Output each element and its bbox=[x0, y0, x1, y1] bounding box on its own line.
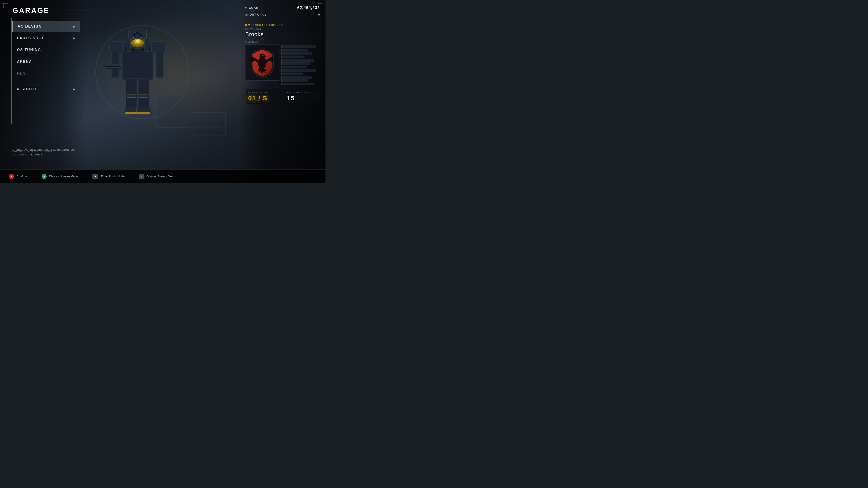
menu-item-arena[interactable]: ARENA bbox=[12, 56, 80, 67]
emblem-label-text: EMBLEM bbox=[248, 41, 258, 43]
coam-item: € COAM bbox=[245, 6, 259, 10]
svg-rect-29 bbox=[145, 39, 149, 52]
action-photo-mode[interactable]: ▣ :Enter Photo Mode bbox=[92, 174, 125, 179]
coam-icon: € bbox=[245, 6, 247, 10]
menu-item-ac-design-label: AC DESIGN bbox=[18, 24, 42, 29]
menu-item-ac-design[interactable]: AC DESIGN ▶ bbox=[12, 21, 80, 32]
corner-decoration-tl bbox=[3, 3, 8, 8]
left-accent-line bbox=[11, 18, 12, 124]
svg-point-12 bbox=[135, 33, 140, 37]
menu-item-os-tuning[interactable]: OS TUNING bbox=[12, 44, 80, 56]
cam-separator: | bbox=[25, 150, 25, 153]
svg-rect-14 bbox=[151, 41, 165, 53]
svg-rect-36 bbox=[191, 112, 225, 135]
ost-icon: ▣ bbox=[245, 13, 248, 16]
emblem-area bbox=[245, 44, 320, 86]
svg-rect-17 bbox=[103, 66, 121, 68]
ac-name-bar: CAM 01 | MONITORING GARAGE bbox=[12, 150, 56, 153]
svg-rect-19 bbox=[126, 78, 137, 109]
cam-number: 01 bbox=[20, 150, 22, 153]
menu-item-nest: NEST bbox=[12, 68, 80, 79]
touchpad-button-icon: ▣ bbox=[92, 174, 98, 179]
hunter-class-label: HUNTER CLASS bbox=[287, 92, 317, 94]
cam-sub-label: MONITORING GARAGE bbox=[28, 150, 56, 153]
right-panel: € COAM 62,464,232 ▣ OST Chips 0 · · MERC… bbox=[240, 0, 326, 169]
bottom-bar: ✕ :Confirm | △ :Display License Menu | ▣… bbox=[0, 169, 326, 183]
arena-rank-label: ARENA RANK bbox=[248, 92, 278, 94]
pilot-name-label: PILOT NAME bbox=[245, 28, 320, 31]
pilot-name: Brooke bbox=[245, 31, 320, 37]
ac-name-label: AC NAME bbox=[12, 153, 27, 156]
separator-2: | bbox=[85, 174, 86, 178]
ost-value: 0 bbox=[318, 13, 320, 16]
main-menu: AC DESIGN ▶ PARTS SHOP ▶ OS TUNING ARENA… bbox=[12, 20, 80, 95]
ost-label: OST Chips bbox=[250, 13, 267, 16]
ac-name-sep: : bbox=[29, 153, 29, 156]
svg-rect-35 bbox=[157, 97, 187, 127]
svg-rect-13 bbox=[110, 41, 124, 53]
menu-item-sortie[interactable]: SORTIE ▶ bbox=[12, 84, 80, 95]
stats-row: ARENA RANK 01 / S HUNTER CLASS 15 bbox=[245, 89, 320, 104]
menu-item-arena-label: ARENA bbox=[17, 60, 32, 64]
page-title: GARAGE bbox=[12, 6, 50, 15]
emblem-dot bbox=[245, 41, 246, 42]
separator-1: | bbox=[34, 174, 35, 178]
svg-rect-18 bbox=[156, 52, 164, 78]
menu-item-sortie-label: SORTIE bbox=[22, 87, 38, 91]
cross-button-icon: ✕ bbox=[9, 174, 14, 179]
dot-decoration: · · bbox=[313, 4, 320, 6]
menu-item-sortie-arrow: ▶ bbox=[73, 88, 76, 91]
left-panel: GARAGE AC DESIGN ▶ PARTS SHOP ▶ OS TUNIN… bbox=[0, 0, 86, 169]
menu-item-parts-shop-arrow: ▶ bbox=[73, 36, 76, 40]
menu-item-parts-shop-label: PARTS SHOP bbox=[17, 36, 45, 40]
emblem-label: EMBLEM bbox=[245, 41, 320, 43]
svg-rect-24 bbox=[138, 112, 150, 114]
action-system-label: :Display System Menu bbox=[146, 175, 175, 178]
svg-rect-20 bbox=[138, 78, 149, 109]
sortie-indicator-dot bbox=[17, 88, 19, 90]
options-button-icon: ≡ bbox=[139, 174, 144, 179]
action-license-menu[interactable]: △ :Display License Menu bbox=[41, 174, 78, 179]
svg-rect-32 bbox=[139, 94, 148, 98]
arena-rank-box: ARENA RANK 01 / S bbox=[245, 89, 281, 104]
currency-bar: € COAM 62,464,232 bbox=[245, 4, 320, 11]
emblem-box bbox=[245, 44, 279, 80]
hunter-class-value: 15 bbox=[287, 95, 317, 101]
svg-rect-30 bbox=[126, 39, 130, 52]
emblem-side-data bbox=[281, 44, 320, 86]
mercenary-title: MERCENARY LICENSE bbox=[248, 24, 283, 26]
cam-label: CAM bbox=[12, 150, 18, 153]
mercenary-section: MERCENARY LICENSE PILOT NAME Brooke EMBL… bbox=[245, 24, 320, 104]
menu-item-parts-shop[interactable]: PARTS SHOP ▶ bbox=[12, 33, 80, 44]
emblem-image bbox=[248, 47, 277, 78]
svg-rect-31 bbox=[127, 94, 136, 98]
ac-name-row: AC NAME : Lockdown bbox=[12, 153, 44, 156]
ost-bar: ▣ OST Chips 0 bbox=[245, 13, 320, 16]
action-system-menu[interactable]: ≡ :Display System Menu bbox=[139, 174, 175, 179]
action-photo-label: :Enter Photo Mode bbox=[100, 175, 125, 178]
menu-item-ac-design-arrow: ▶ bbox=[73, 25, 76, 28]
separator-3: | bbox=[131, 174, 132, 178]
hunter-class-box: HUNTER CLASS 15 bbox=[284, 89, 320, 104]
svg-point-41 bbox=[262, 55, 264, 57]
menu-item-os-tuning-label: OS TUNING bbox=[17, 48, 41, 52]
coam-label: COAM bbox=[249, 6, 259, 9]
triangle-button-icon: △ bbox=[41, 174, 46, 179]
mercenary-label-row: MERCENARY LICENSE bbox=[245, 24, 320, 26]
arena-rank-value: 01 / S bbox=[248, 95, 278, 101]
action-license-label: :Display License Menu bbox=[49, 175, 78, 178]
action-confirm: ✕ :Confirm bbox=[9, 174, 27, 179]
ac-name-value: Lockdown bbox=[31, 153, 44, 156]
svg-rect-23 bbox=[125, 112, 138, 114]
menu-item-nest-label: NEST bbox=[17, 71, 29, 75]
action-confirm-label: :Confirm bbox=[16, 175, 27, 178]
mercenary-dot bbox=[245, 24, 247, 26]
